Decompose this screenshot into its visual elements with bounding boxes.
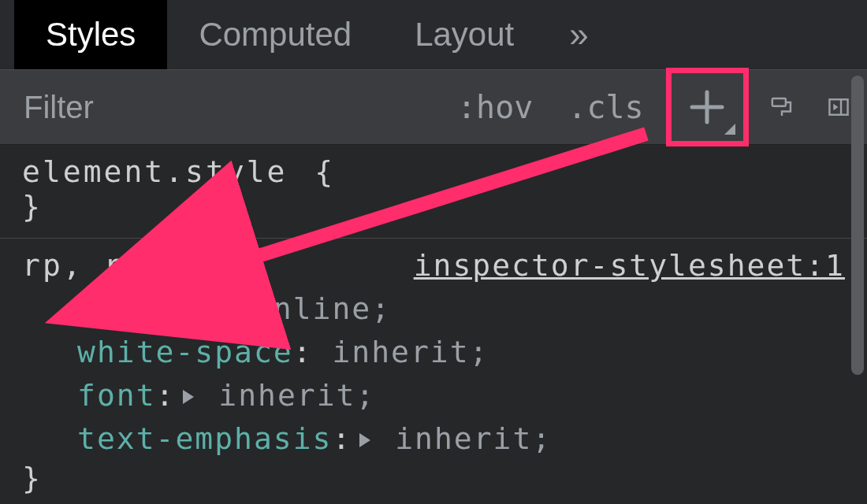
source-link[interactable]: inspector-stylesheet:1: [414, 248, 845, 283]
colon: :: [156, 378, 176, 413]
rules-list: element.style { } rp, rt { inspector-sty…: [0, 145, 867, 504]
semicolon: ;: [532, 421, 552, 456]
svg-rect-3: [829, 99, 847, 114]
cls-toggle[interactable]: .cls: [550, 69, 660, 145]
rule-element-style[interactable]: element.style { }: [0, 145, 867, 239]
property-value[interactable]: inherit: [199, 378, 355, 413]
colon: :: [293, 335, 313, 369]
declaration-row[interactable]: text-emphasis: inherit;: [77, 417, 845, 461]
styles-panel: Styles Computed Layout » :hov .cls: [0, 0, 867, 504]
dropdown-corner-icon: [724, 124, 735, 135]
svg-marker-5: [833, 104, 838, 111]
styles-toolbar: :hov .cls: [0, 69, 867, 145]
selector-text[interactable]: element.style: [22, 154, 287, 189]
brace-open: {: [172, 248, 190, 283]
declaration-row[interactable]: white-space: inherit;: [77, 331, 845, 374]
filter-input[interactable]: [6, 76, 440, 138]
property-value[interactable]: inherit: [332, 335, 469, 369]
brace-close: }: [22, 461, 845, 495]
declarations: display: inline;white-space: inherit;fon…: [22, 283, 845, 461]
property-name[interactable]: text-emphasis: [77, 421, 332, 456]
tabs-bar: Styles Computed Layout »: [0, 0, 867, 69]
property-name[interactable]: font: [77, 378, 156, 413]
tab-layout[interactable]: Layout: [383, 0, 545, 69]
semicolon: ;: [470, 335, 489, 369]
colon: :: [332, 421, 352, 456]
expand-shorthand-icon[interactable]: [359, 433, 370, 447]
svg-rect-2: [772, 98, 786, 106]
property-value[interactable]: inherit: [375, 421, 532, 456]
brace-close: }: [22, 189, 845, 224]
paint-icon: [771, 91, 793, 124]
property-name[interactable]: display: [77, 291, 214, 326]
tab-computed[interactable]: Computed: [167, 0, 383, 69]
property-value[interactable]: inline: [254, 291, 371, 326]
colon: :: [214, 291, 234, 326]
brace-open: {: [314, 154, 333, 189]
declaration-row[interactable]: font: inherit;: [77, 374, 845, 417]
plus-icon: [689, 89, 725, 125]
tabs-overflow-button[interactable]: »: [545, 0, 612, 69]
sidebar-toggle-icon: [828, 91, 850, 124]
paint-format-button[interactable]: [754, 69, 810, 145]
new-style-rule-button[interactable]: [666, 68, 749, 146]
declaration-row[interactable]: display: inline;: [77, 287, 845, 331]
hov-toggle[interactable]: :hov: [440, 69, 550, 145]
expand-shorthand-icon[interactable]: [183, 390, 194, 404]
rule-inspector-stylesheet[interactable]: rp, rt { inspector-stylesheet:1 display:…: [0, 239, 867, 504]
scrollbar-thumb[interactable]: [851, 76, 864, 375]
semicolon: ;: [355, 378, 375, 413]
property-name[interactable]: white-space: [77, 335, 293, 369]
selector-text[interactable]: rp, rt: [22, 248, 144, 283]
tab-styles[interactable]: Styles: [14, 0, 167, 69]
semicolon: ;: [371, 291, 391, 326]
